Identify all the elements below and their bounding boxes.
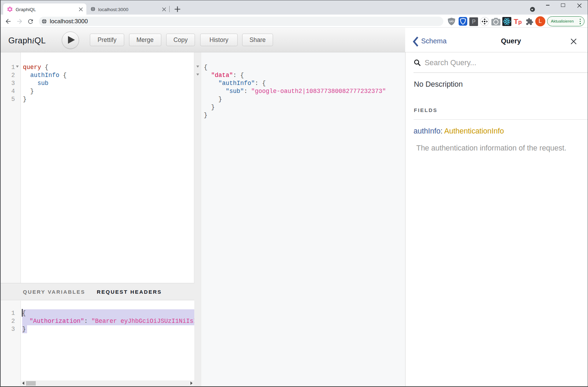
svg-text:UO: UO bbox=[450, 20, 454, 23]
svg-text:P: P bbox=[472, 19, 476, 25]
